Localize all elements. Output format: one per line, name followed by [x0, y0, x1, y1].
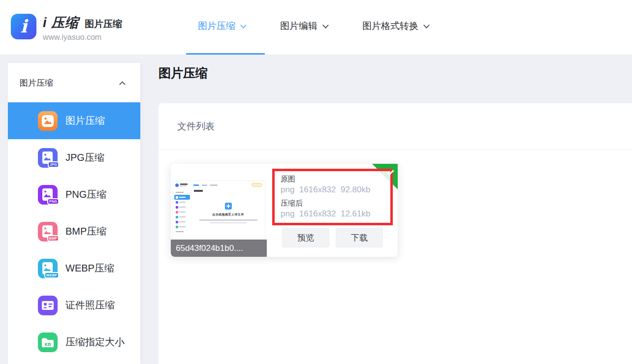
panel-title: 文件列表	[158, 103, 632, 133]
sidebar-group-title: 图片压缩	[20, 77, 53, 89]
nav-tab-format-convert[interactable]: 图片格式转换	[362, 20, 429, 32]
webp-compress-icon: WEBP	[38, 259, 58, 278]
sidebar-items: 图片压缩 JPG JPG压缩	[8, 102, 140, 361]
brand-url: www.iyasuo.com	[43, 33, 122, 42]
nav-tab-label: 图片格式转换	[362, 20, 418, 32]
sidebar-item-target-size-compress[interactable]: KB 压缩指定大小	[8, 324, 140, 361]
thumbnail-mini-logo	[175, 183, 179, 187]
brand[interactable]: i i 压缩 图片压缩 www.iyasuo.com	[11, 14, 122, 42]
sidebar-item-png-compress[interactable]: PNG PNG压缩	[8, 176, 140, 213]
sidebar-item-label: 图片压缩	[65, 114, 105, 127]
thumbnail-mini-header	[173, 181, 265, 189]
file-info-highlight-box: 原图 png 1616x832 92.80kb 压缩后 png 1616x832…	[272, 169, 393, 225]
chevron-down-icon	[240, 22, 247, 29]
nav-tab-label: 图片编辑	[280, 20, 317, 32]
original-label: 原图	[281, 174, 390, 184]
upload-plus-icon	[225, 203, 232, 210]
page-title: 图片压缩	[158, 65, 208, 81]
nav-tab-image-edit[interactable]: 图片编辑	[280, 20, 328, 32]
file-actions: 预览 下载	[282, 228, 383, 247]
thumbnail-mini-content: 点击或拖拽至上传文件	[191, 189, 265, 241]
download-button[interactable]: 下载	[336, 228, 383, 247]
app: i i 压缩 图片压缩 www.iyasuo.com 图片压缩 图片编辑 图片格…	[0, 0, 632, 364]
main-nav: 图片压缩 图片编辑 图片格式转换	[198, 20, 429, 32]
sidebar-item-label: BMP压缩	[65, 225, 106, 238]
format-badge: WEBP	[44, 272, 59, 278]
kb-badge-text: KB	[45, 342, 51, 347]
preview-button[interactable]: 预览	[282, 228, 329, 247]
image-compress-icon	[38, 111, 58, 131]
file-thumbnail[interactable]: 点击或拖拽至上传文件 65d43f024b1b0....	[171, 164, 267, 257]
nav-tab-image-compress[interactable]: 图片压缩	[198, 20, 246, 32]
sidebar-item-bmp-compress[interactable]: BMP BMP压缩	[8, 213, 140, 250]
file-card: 点击或拖拽至上传文件 65d43f024b1b0.... 原图 png 1616…	[171, 164, 398, 257]
format-badge: BMP	[47, 235, 59, 242]
bmp-compress-icon: BMP	[38, 222, 58, 242]
brand-name: i 压缩	[43, 14, 79, 31]
sidebar-item-id-photo-compress[interactable]: 证件照压缩	[8, 287, 140, 324]
id-photo-icon	[38, 296, 58, 315]
header: i i 压缩 图片压缩 www.iyasuo.com 图片压缩 图片编辑 图片格…	[0, 0, 632, 55]
sidebar-item-label: WEBP压缩	[65, 262, 114, 275]
chevron-down-icon	[423, 22, 430, 29]
logo-letter: i	[20, 17, 27, 35]
sidebar: 图片压缩 图片压缩	[8, 63, 140, 364]
kb-folder-icon: KB	[38, 333, 58, 352]
compressed-label: 压缩后	[281, 198, 390, 208]
sidebar-item-image-compress[interactable]: 图片压缩	[8, 102, 140, 139]
sidebar-item-webp-compress[interactable]: WEBP WEBP压缩	[8, 250, 140, 287]
format-badge: JPG	[48, 161, 59, 168]
brand-suffix: 图片压缩	[85, 18, 122, 30]
sidebar-item-label: 压缩指定大小	[65, 335, 125, 349]
jpg-compress-icon: JPG	[38, 148, 58, 168]
sidebar-item-label: 证件照压缩	[65, 299, 115, 312]
chevron-down-icon	[322, 22, 329, 29]
chevron-up-icon	[119, 81, 126, 88]
panel-divider	[158, 149, 632, 150]
sidebar-group-header[interactable]: 图片压缩	[8, 63, 140, 88]
sidebar-item-label: PNG压缩	[65, 188, 106, 201]
upload-hint-text: 点击或拖拽至上传文件	[191, 212, 265, 217]
sidebar-item-jpg-compress[interactable]: JPG JPG压缩	[8, 139, 140, 176]
nav-tab-label: 图片压缩	[198, 20, 235, 32]
brand-text: i 压缩 图片压缩 www.iyasuo.com	[43, 14, 122, 42]
format-badge: PNG	[47, 198, 59, 205]
thumbnail-mini-button	[252, 183, 262, 187]
file-name-label: 65d43f024b1b0....	[171, 240, 267, 257]
logo-icon: i	[11, 14, 36, 39]
png-compress-icon: PNG	[38, 185, 58, 205]
thumbnail-mini-sidebar	[173, 189, 191, 241]
thumbnail-mini-ui: 点击或拖拽至上传文件	[172, 181, 265, 241]
original-info: png 1616x832 92.80kb	[281, 184, 390, 196]
compressed-info: png 1616x832 12.61kb	[281, 208, 390, 220]
file-list-panel: 文件列表	[158, 103, 632, 364]
sidebar-item-label: JPG压缩	[65, 151, 104, 164]
